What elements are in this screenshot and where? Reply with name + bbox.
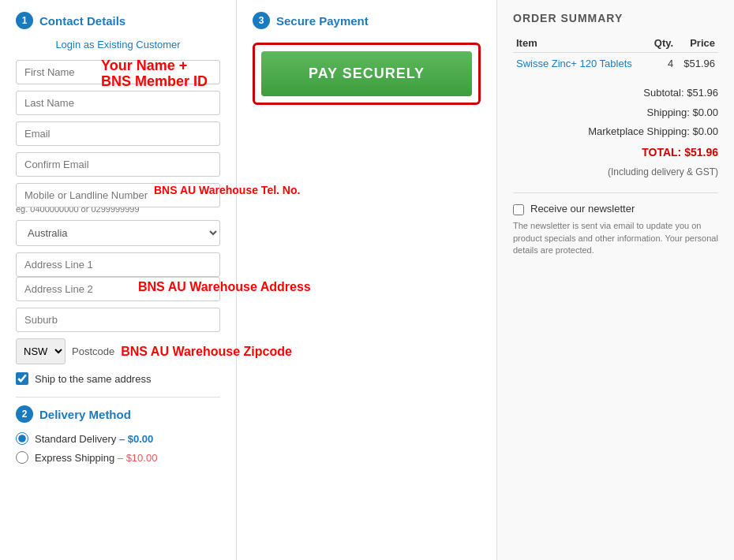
ship-same-address-row: Ship to the same address bbox=[16, 372, 220, 385]
section3-header: 3 Secure Payment bbox=[253, 12, 481, 29]
total-row: TOTAL: $51.96 bbox=[513, 142, 718, 163]
section-divider bbox=[16, 397, 220, 398]
section3-number: 3 bbox=[253, 12, 270, 29]
section1-title: Contact Details bbox=[39, 14, 125, 28]
subtotal-value: $51.96 bbox=[687, 87, 718, 99]
standard-delivery-label: Standard Delivery – $0.00 bbox=[35, 433, 153, 445]
country-select[interactable]: Australia bbox=[16, 220, 220, 246]
newsletter-row: Receive our newsletter bbox=[513, 203, 718, 215]
subtotal-row: Subtotal: $51.96 bbox=[513, 84, 718, 103]
ship-same-address-label: Ship to the same address bbox=[35, 373, 151, 385]
table-row: Swisse Zinc+ 120 Tablets 4 $51.96 bbox=[513, 53, 718, 75]
newsletter-section: Receive our newsletter The newsletter is… bbox=[513, 192, 718, 256]
section2-number: 2 bbox=[16, 405, 33, 423]
delivery-section: 2 Delivery Method Standard Delivery – $0… bbox=[16, 405, 220, 464]
marketplace-shipping-label: Marketplace Shipping: bbox=[588, 125, 690, 137]
express-shipping-label: Express Shipping – $10.00 bbox=[35, 452, 157, 464]
contact-details-section: 1 Contact Details Login as Existing Cust… bbox=[0, 0, 237, 560]
login-link[interactable]: Login as Existing Customer bbox=[16, 39, 220, 50]
ship-same-address-checkbox[interactable] bbox=[16, 372, 28, 385]
pay-securely-button[interactable]: PAY SECURELY bbox=[261, 51, 472, 96]
address1-input[interactable] bbox=[16, 252, 220, 277]
phone-annotation: BNS AU Warehouse Tel. No. bbox=[154, 185, 300, 196]
state-select[interactable]: NSW VIC QLD WA SA TAS ACT NT bbox=[16, 338, 66, 364]
email-input[interactable] bbox=[16, 121, 220, 146]
order-summary-section: ORDER SUMMARY Item Qty. Price Swisse Zin… bbox=[497, 0, 734, 560]
address2-wrapper: BNS AU Warehouse Address bbox=[16, 277, 220, 301]
total-value: $51.96 bbox=[684, 146, 718, 159]
express-shipping-row: Express Shipping – $10.00 bbox=[16, 451, 220, 464]
address-annotation: BNS AU Warehouse Address bbox=[138, 280, 311, 294]
gst-note: (Including delivery & GST) bbox=[513, 163, 718, 181]
section3-title: Secure Payment bbox=[276, 14, 369, 28]
postcode-row: NSW VIC QLD WA SA TAS ACT NT Postcode BN… bbox=[16, 338, 220, 364]
pay-button-wrapper: PAY SECURELY bbox=[253, 43, 481, 105]
express-shipping-radio[interactable] bbox=[16, 451, 28, 464]
newsletter-label: Receive our newsletter bbox=[530, 203, 635, 215]
section2-header: 2 Delivery Method bbox=[16, 405, 220, 423]
section1-number: 1 bbox=[16, 12, 33, 29]
subtotal-label: Subtotal: bbox=[643, 87, 683, 99]
suburb-input[interactable] bbox=[16, 308, 220, 332]
product-name[interactable]: Swisse Zinc+ 120 Tablets bbox=[513, 53, 648, 75]
address1-wrapper bbox=[16, 252, 220, 277]
product-price: $51.96 bbox=[676, 53, 718, 75]
section1-header: 1 Contact Details bbox=[16, 12, 220, 29]
standard-delivery-row: Standard Delivery – $0.00 bbox=[16, 432, 220, 445]
order-summary-table: Item Qty. Price Swisse Zinc+ 120 Tablets… bbox=[513, 34, 718, 74]
total-label: TOTAL: bbox=[642, 146, 681, 159]
last-name-input[interactable] bbox=[16, 91, 220, 115]
shipping-row: Shipping: $0.00 bbox=[513, 103, 718, 123]
newsletter-checkbox[interactable] bbox=[513, 204, 524, 215]
first-name-input[interactable] bbox=[16, 60, 220, 84]
postcode-label: Postcode bbox=[72, 345, 114, 357]
first-name-wrapper: Your Name + BNS Member ID bbox=[16, 60, 220, 84]
standard-delivery-radio[interactable] bbox=[16, 432, 28, 445]
marketplace-shipping-row: Marketplace Shipping: $0.00 bbox=[513, 122, 718, 142]
confirm-email-input[interactable] bbox=[16, 152, 220, 177]
summary-totals: Subtotal: $51.96 Shipping: $0.00 Marketp… bbox=[513, 84, 718, 181]
col-header-item: Item bbox=[513, 34, 648, 53]
col-header-price: Price bbox=[676, 34, 718, 53]
marketplace-shipping-value: $0.00 bbox=[692, 125, 718, 137]
product-qty: 4 bbox=[648, 53, 676, 75]
col-header-qty: Qty. bbox=[648, 34, 676, 53]
shipping-value: $0.00 bbox=[692, 106, 718, 118]
newsletter-desc: The newsletter is sent via email to upda… bbox=[513, 220, 718, 256]
shipping-label: Shipping: bbox=[647, 106, 690, 118]
order-summary-title: ORDER SUMMARY bbox=[513, 12, 718, 24]
phone-wrapper: BNS AU Warehouse Tel. No. bbox=[16, 183, 220, 207]
section2-title: Delivery Method bbox=[39, 408, 131, 421]
